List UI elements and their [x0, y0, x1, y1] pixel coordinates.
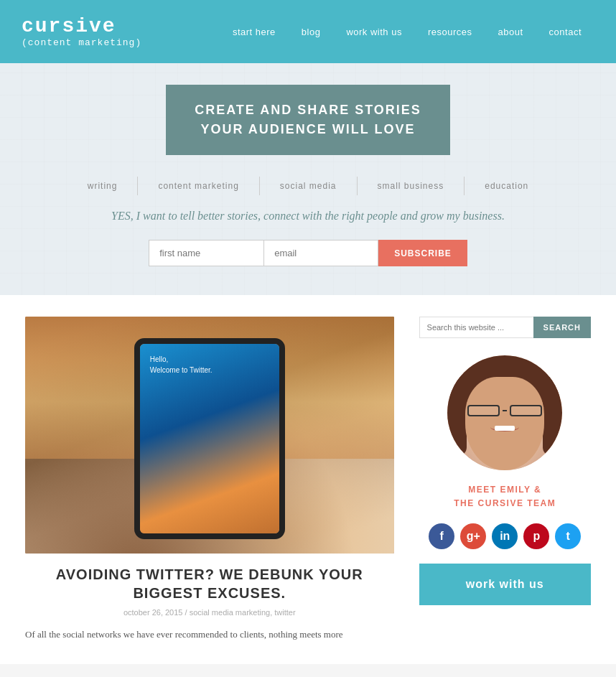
facebook-icon[interactable]: f [429, 523, 454, 549]
nav-work-with-us[interactable]: work with us [333, 27, 415, 37]
meet-emily: MEET EMILY & THE CURSIVE TEAM [419, 483, 591, 510]
logo[interactable]: cursive (content marketing) [22, 15, 141, 48]
work-with-us-button[interactable]: work with us [419, 564, 591, 605]
main-content: Hello, Welcome to Twitter. AVOIDING TWIT… [0, 295, 616, 664]
tablet-text-line1: Hello, [150, 354, 213, 365]
meet-emily-line2: THE CURSIVE TEAM [454, 498, 556, 508]
pinterest-icon[interactable]: p [523, 523, 549, 549]
blog-post-area: Hello, Welcome to Twitter. AVOIDING TWIT… [25, 317, 394, 643]
hero-headline-line1: CREATE AND SHARE STORIES [195, 103, 421, 117]
search-input[interactable] [419, 317, 533, 338]
nav-about[interactable]: about [485, 27, 536, 37]
linkedin-icon[interactable]: in [492, 523, 518, 549]
category-education[interactable]: education [465, 177, 549, 195]
logo-title: cursive [22, 15, 141, 37]
post-excerpt: Of all the social networks we have ever … [25, 627, 394, 643]
subscribe-button[interactable]: SUBSCRIBE [378, 240, 467, 266]
hero-tagline: YES, I want to tell better stories, conn… [85, 210, 531, 223]
twitter-icon[interactable]: t [555, 523, 581, 549]
meet-emily-line1: MEET EMILY & [468, 485, 541, 495]
site-header: cursive (content marketing) start here b… [0, 0, 616, 63]
post-meta: october 26, 2015 / social media marketin… [25, 608, 394, 617]
post-featured-image: Hello, Welcome to Twitter. [25, 317, 394, 554]
main-nav: start here blog work with us resources a… [220, 27, 594, 37]
category-bar: writing content marketing social media s… [0, 177, 616, 195]
avatar [447, 355, 562, 470]
category-content-marketing[interactable]: content marketing [138, 177, 259, 195]
logo-subtitle: (content marketing) [22, 37, 141, 48]
nav-resources[interactable]: resources [415, 27, 485, 37]
sidebar: SEARCH [419, 317, 591, 643]
social-icons: f g+ in p t [419, 523, 591, 549]
post-title[interactable]: AVOIDING TWITTER? WE DEBUNK YOUR BIGGEST… [25, 565, 394, 602]
subscribe-form: SUBSCRIBE [0, 240, 616, 266]
nav-start-here[interactable]: start here [220, 27, 289, 37]
tablet-content: Hello, Welcome to Twitter. [150, 354, 213, 375]
search-button[interactable]: SEARCH [533, 317, 591, 338]
first-name-input[interactable] [149, 240, 263, 266]
meet-emily-text: MEET EMILY & THE CURSIVE TEAM [419, 483, 591, 510]
post-categories[interactable]: social media marketing, twitter [190, 608, 296, 617]
avatar-container [419, 355, 591, 473]
hero-section: CREATE AND SHARE STORIES YOUR AUDIENCE W… [0, 63, 616, 295]
category-small-business[interactable]: small business [358, 177, 465, 195]
search-row: SEARCH [419, 317, 591, 338]
hero-headline-box: CREATE AND SHARE STORIES YOUR AUDIENCE W… [166, 85, 450, 155]
tablet-text-line2: Welcome to Twitter. [150, 365, 213, 375]
hero-headline: CREATE AND SHARE STORIES YOUR AUDIENCE W… [195, 101, 421, 139]
nav-blog[interactable]: blog [289, 27, 334, 37]
category-social-media[interactable]: social media [260, 177, 358, 195]
email-input[interactable] [263, 240, 378, 266]
post-date: october 26, 2015 [123, 608, 183, 617]
hero-headline-line2: YOUR AUDIENCE WILL LOVE [200, 122, 415, 136]
tablet-screen: Hello, Welcome to Twitter. [140, 344, 279, 533]
nav-contact[interactable]: contact [536, 27, 594, 37]
category-writing[interactable]: writing [67, 177, 139, 195]
google-plus-icon[interactable]: g+ [460, 523, 486, 549]
tablet-mockup: Hello, Welcome to Twitter. [134, 338, 285, 539]
